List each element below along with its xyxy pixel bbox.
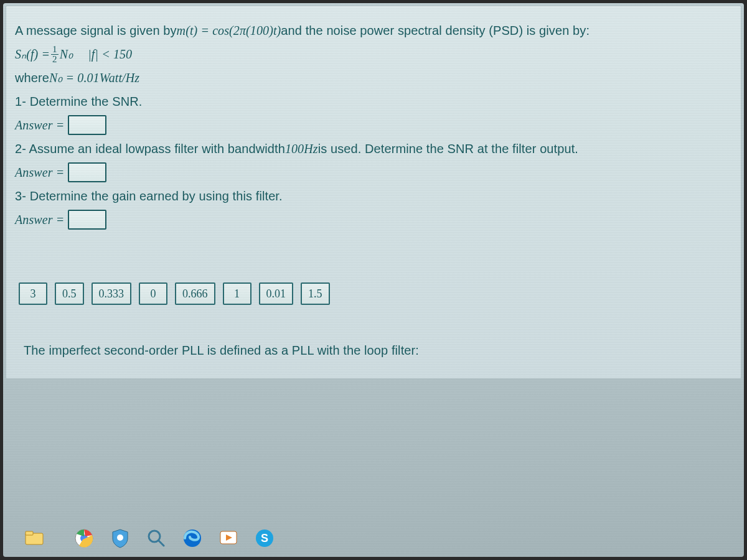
- edge-icon[interactable]: [179, 525, 206, 551]
- security-shield-icon[interactable]: [106, 525, 134, 551]
- taskbar: S: [8, 522, 739, 554]
- skype-icon[interactable]: S: [251, 525, 278, 551]
- where-line: where N₀ = 0.01Watt/Hz: [15, 66, 732, 90]
- option-chip[interactable]: 0: [139, 282, 167, 305]
- chrome-icon[interactable]: [70, 525, 98, 551]
- q3-text: 3- Determine the gain earned by using th…: [15, 184, 732, 208]
- answer-1-dropzone[interactable]: [68, 115, 106, 135]
- magnifier-icon[interactable]: [143, 525, 170, 551]
- media-player-icon[interactable]: [215, 525, 242, 551]
- psd-lhs: Sₙ(f) =: [15, 42, 50, 66]
- svg-point-4: [117, 534, 123, 541]
- intro-suffix: and the noise power spectral density (PS…: [281, 19, 590, 42]
- next-question-text: The imperfect second-order PLL is define…: [24, 338, 723, 362]
- answer-3-row: Answer =: [15, 208, 732, 231]
- svg-line-6: [159, 541, 164, 546]
- svg-text:S: S: [261, 532, 268, 544]
- q2-prefix: 2- Assume an ideal lowpass filter with b…: [15, 137, 285, 161]
- answer-options: 3 0.5 0.333 0 0.666 1 0.01 1.5: [19, 282, 732, 305]
- answer-2-row: Answer =: [15, 161, 732, 184]
- option-chip[interactable]: 1.5: [301, 282, 330, 305]
- option-chip[interactable]: 0.333: [92, 282, 132, 305]
- where-prefix: where: [15, 66, 49, 90]
- option-chip[interactable]: 3: [19, 282, 47, 305]
- option-chip[interactable]: 0.666: [175, 282, 215, 305]
- svg-rect-1: [26, 531, 33, 535]
- file-explorer-icon[interactable]: [21, 525, 48, 551]
- intro-prefix: A message signal is given by: [15, 19, 177, 42]
- next-question-teaser: The imperfect second-order PLL is define…: [15, 338, 732, 362]
- q2-bandwidth: 100Hz: [285, 137, 318, 161]
- question-panel: A message signal is given by m(t) = cos(…: [6, 6, 741, 379]
- answer-1-label: Answer =: [15, 113, 64, 137]
- answer-2-label: Answer =: [15, 161, 64, 184]
- option-chip[interactable]: 0.5: [55, 282, 84, 305]
- where-eq: N₀ = 0.01Watt/Hz: [49, 66, 139, 90]
- intro-equation: m(t) = cos(2π(100)t): [177, 19, 281, 42]
- psd-line: Sₙ(f) = 1 2 N₀ |f| < 150: [15, 42, 732, 66]
- problem-intro: A message signal is given by m(t) = cos(…: [15, 19, 732, 42]
- answer-2-dropzone[interactable]: [68, 162, 106, 182]
- frac-num: 1: [51, 45, 59, 55]
- option-chip[interactable]: 1: [223, 282, 251, 305]
- q1-text: 1- Determine the SNR.: [15, 90, 732, 113]
- psd-condition: |f| < 150: [88, 42, 132, 66]
- psd-rhs: N₀: [60, 42, 73, 66]
- answer-3-dropzone[interactable]: [68, 210, 106, 230]
- answer-1-row: Answer =: [15, 113, 732, 137]
- q2-suffix: is used. Determine the SNR at the filter…: [318, 137, 578, 161]
- psd-fraction: 1 2: [51, 45, 59, 64]
- q2-text: 2- Assume an ideal lowpass filter with b…: [15, 137, 732, 161]
- option-chip[interactable]: 0.01: [259, 282, 294, 305]
- quiz-screen: A message signal is given by m(t) = cos(…: [3, 3, 744, 557]
- frac-den: 2: [51, 55, 59, 64]
- answer-3-label: Answer =: [15, 208, 64, 231]
